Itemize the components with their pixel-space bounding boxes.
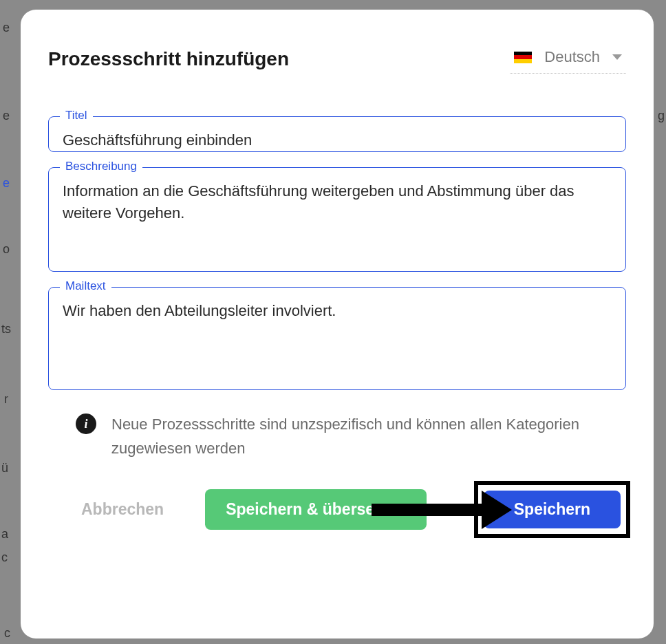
- cancel-button[interactable]: Abbrechen: [81, 489, 164, 530]
- info-text: Neue Prozessschritte sind unzspezifisch …: [111, 412, 619, 460]
- save-and-translate-button[interactable]: Speichern & übersetzen: [205, 489, 427, 530]
- bg-text: r: [4, 392, 8, 407]
- bg-text: g: [658, 109, 665, 123]
- beschreibung-field-group: Beschreibung: [48, 167, 626, 272]
- chevron-down-icon: [612, 54, 622, 60]
- titel-field-group: Titel: [48, 116, 626, 152]
- mailtext-textarea[interactable]: [63, 300, 613, 388]
- bg-text: e: [3, 21, 10, 35]
- german-flag-icon: [514, 52, 532, 63]
- save-highlight-box: Speichern: [474, 481, 630, 538]
- modal-title: Prozessschritt hinzufügen: [48, 48, 289, 70]
- bg-text: ts: [1, 322, 11, 336]
- bg-text: ü: [1, 461, 8, 475]
- add-process-step-modal: Prozessschritt hinzufügen Deutsch Titel …: [21, 10, 654, 638]
- bg-text: o: [3, 242, 10, 257]
- beschreibung-legend: Beschreibung: [60, 160, 142, 173]
- language-select[interactable]: Deutsch: [510, 44, 626, 74]
- modal-header: Prozessschritt hinzufügen Deutsch: [48, 44, 626, 74]
- language-label: Deutsch: [544, 48, 600, 66]
- mailtext-field-group: Mailtext: [48, 287, 626, 390]
- bg-text: a: [1, 527, 8, 541]
- titel-legend: Titel: [60, 109, 93, 122]
- titel-input[interactable]: [63, 129, 613, 151]
- bg-text: c: [1, 550, 8, 565]
- info-icon: i: [76, 414, 96, 434]
- bg-text: c: [4, 626, 10, 641]
- beschreibung-textarea[interactable]: [63, 180, 613, 268]
- mailtext-legend: Mailtext: [60, 279, 111, 293]
- bg-text: e: [3, 176, 10, 191]
- info-row: i Neue Prozessschritte sind unzspezifisc…: [48, 405, 626, 460]
- save-button[interactable]: Speichern: [484, 491, 621, 528]
- button-row: Abbrechen Speichern & übersetzen Speiche…: [48, 481, 626, 538]
- bg-text: e: [3, 109, 10, 123]
